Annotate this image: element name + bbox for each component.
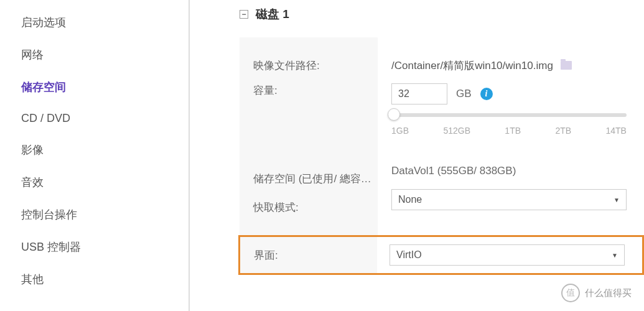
cache-mode-select[interactable]: None	[391, 189, 627, 210]
slider-thumb[interactable]	[388, 108, 400, 121]
watermark: 值 什么值得买	[561, 284, 632, 302]
label-cache-mode: 快取模式:	[253, 193, 378, 221]
capacity-row: GB i	[391, 80, 627, 108]
tick-512gb: 512GB	[443, 126, 470, 136]
disk-section-header: − 磁盘 1	[240, 6, 644, 22]
main-content: − 磁盘 1 映像文件路径: 容量: 储存空间 (已使用/ 總容… 快取模式: …	[190, 0, 644, 311]
section-title: 磁盘 1	[256, 6, 289, 22]
label-storage: 储存空间 (已使用/ 總容…	[253, 164, 378, 193]
interface-value: VirtIO	[396, 249, 422, 261]
label-interface: 界面:	[240, 237, 377, 273]
settings-sidebar: 启动选项 网络 储存空间 CD / DVD 影像 音效 控制台操作 USB 控制…	[0, 0, 190, 311]
info-icon[interactable]: i	[480, 88, 493, 100]
sidebar-item-audio[interactable]: 音效	[0, 166, 189, 198]
sidebar-item-other[interactable]: 其他	[0, 263, 189, 295]
watermark-text: 什么值得买	[585, 287, 632, 299]
sidebar-item-boot-options[interactable]: 启动选项	[0, 6, 189, 39]
tick-14tb: 14TB	[605, 126, 626, 136]
tick-1gb: 1GB	[391, 126, 409, 136]
sidebar-item-network[interactable]: 网络	[0, 39, 189, 71]
interface-select[interactable]: VirtIO	[390, 244, 625, 266]
collapse-toggle-icon[interactable]: −	[240, 10, 248, 19]
tick-2tb: 2TB	[555, 126, 571, 136]
capacity-slider-row: 1GB 512GB 1TB 2TB 14TB	[391, 113, 627, 157]
disk-form: 映像文件路径: 容量: 储存空间 (已使用/ 總容… 快取模式: /Contai…	[240, 37, 644, 235]
sidebar-item-console[interactable]: 控制台操作	[0, 198, 189, 231]
capacity-slider[interactable]	[391, 113, 627, 117]
cache-mode-row: None	[391, 185, 627, 214]
storage-value: DataVol1 (555GB/ 838GB)	[391, 157, 627, 185]
sidebar-item-cd-dvd[interactable]: CD / DVD	[0, 103, 189, 134]
sidebar-item-image[interactable]: 影像	[0, 134, 189, 166]
sidebar-item-usb-controller[interactable]: USB 控制器	[0, 231, 189, 263]
labels-column: 映像文件路径: 容量: 储存空间 (已使用/ 總容… 快取模式:	[240, 37, 378, 235]
image-path-value: /Container/精简版win10/win10.img	[391, 58, 553, 73]
image-path-row: /Container/精简版win10/win10.img	[391, 51, 627, 80]
interface-row-highlighted: 界面: VirtIO	[238, 235, 644, 275]
slider-ticks: 1GB 512GB 1TB 2TB 14TB	[391, 123, 627, 138]
cache-mode-value: None	[398, 194, 422, 205]
inputs-column: /Container/精简版win10/win10.img GB i 1GB	[378, 37, 644, 235]
label-capacity: 容量:	[253, 80, 378, 136]
sidebar-item-storage[interactable]: 储存空间	[0, 71, 189, 103]
capacity-input[interactable]	[391, 83, 447, 104]
tick-1tb: 1TB	[505, 126, 521, 136]
folder-icon[interactable]	[561, 61, 572, 70]
capacity-unit: GB	[456, 88, 472, 100]
label-image-path: 映像文件路径:	[253, 51, 378, 80]
watermark-badge-icon: 值	[561, 284, 580, 302]
